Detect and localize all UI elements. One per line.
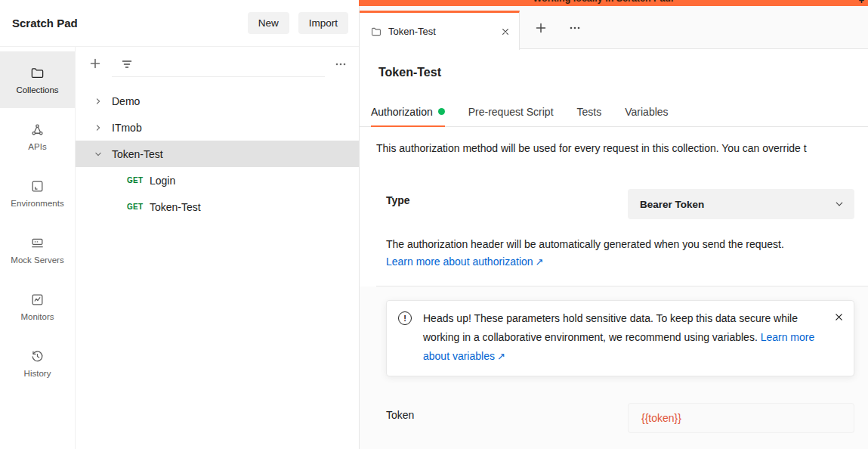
left-nav-rail: Collections APIs Environments Mock Serve…	[0, 47, 76, 449]
collections-panel: Demo ITmob Token-Test GET Login GET To	[76, 47, 359, 449]
collection-section-tabs: Authorization Pre-request Script Tests V…	[360, 97, 868, 127]
collection-row-demo[interactable]: Demo	[76, 88, 359, 114]
link-label: Learn more about authorization	[386, 255, 533, 268]
main-panel: Token-Test Token-Test Authorization Pre-…	[359, 6, 868, 449]
tab-label: Token-Test	[388, 26, 494, 37]
banner-text: Working locally in Scratch Pad.	[533, 0, 674, 4]
external-link-icon: ↗	[536, 256, 544, 268]
new-tab-button[interactable]	[535, 22, 547, 34]
token-input[interactable]	[628, 403, 854, 433]
filter-collections-input[interactable]	[112, 51, 325, 77]
tab-variables[interactable]: Variables	[625, 97, 668, 126]
nav-item-label: Mock Servers	[11, 255, 63, 265]
auth-note: The authorization header will be automat…	[386, 238, 784, 250]
history-icon	[30, 349, 45, 364]
method-badge: GET	[127, 176, 150, 184]
warning-message: Heads up! These parameters hold sensitiv…	[423, 312, 798, 343]
collection-name: Demo	[112, 95, 140, 107]
collection-row-token-test[interactable]: Token-Test	[76, 141, 359, 167]
collections-toolbar	[76, 47, 359, 82]
collections-icon	[30, 66, 45, 80]
nav-item-monitors[interactable]: Monitors	[0, 278, 75, 335]
tab-authorization[interactable]: Authorization	[371, 97, 445, 126]
external-link-icon: ↗	[497, 351, 505, 362]
tab-label: Tests	[577, 106, 602, 118]
request-row-login[interactable]: GET Login	[76, 167, 359, 194]
tab-options-button[interactable]	[568, 22, 582, 34]
nav-item-label: History	[24, 369, 51, 378]
close-tab-icon[interactable]	[501, 27, 510, 36]
tab-label: Authorization	[371, 106, 433, 118]
sidebar-header-buttons: New Import	[248, 12, 348, 34]
tab-token-test[interactable]: Token-Test	[360, 11, 520, 50]
request-name: Login	[150, 175, 175, 187]
method-badge: GET	[127, 203, 150, 211]
collection-name: Token-Test	[112, 148, 163, 160]
mock-servers-icon	[30, 236, 45, 250]
nav-item-history[interactable]: History	[0, 335, 75, 392]
request-row-token-test[interactable]: GET Token-Test	[76, 194, 359, 220]
tab-pre-request-script[interactable]: Pre-request Script	[468, 97, 554, 126]
scratch-pad-banner: Working locally in Scratch Pad. +	[359, 0, 868, 6]
new-button[interactable]: New	[248, 12, 289, 34]
add-collection-button[interactable]	[89, 57, 101, 70]
postman-scratch-pad-window: Working locally in Scratch Pad. + Scratc…	[0, 0, 868, 449]
unsaved-changes-dot	[438, 108, 445, 115]
nav-item-collections[interactable]: Collections	[0, 51, 75, 108]
nav-item-label: Collections	[16, 85, 58, 94]
app-title: Scratch Pad	[12, 17, 78, 29]
tab-bar: Token-Test	[360, 6, 868, 49]
sensitive-data-warning-card: ! Heads up! These parameters hold sensit…	[386, 300, 854, 376]
nav-item-label: APIs	[28, 142, 46, 151]
chevron-right-icon[interactable]	[94, 123, 103, 132]
chevron-down-icon	[835, 200, 844, 209]
nav-item-environments[interactable]: Environments	[0, 165, 75, 221]
nav-item-mock-servers[interactable]: Mock Servers	[0, 221, 75, 278]
chevron-down-icon[interactable]	[94, 150, 103, 159]
import-button[interactable]: Import	[298, 12, 348, 34]
type-label: Type	[386, 194, 410, 206]
tab-label: Variables	[625, 106, 668, 118]
warning-text: Heads up! These parameters hold sensitiv…	[423, 309, 820, 366]
token-label: Token	[386, 409, 414, 421]
environments-icon	[30, 179, 45, 194]
nav-item-label: Environments	[11, 199, 63, 208]
auth-description: This authorization method will be used f…	[376, 142, 868, 154]
tab-tests[interactable]: Tests	[577, 97, 602, 126]
nav-item-label: Monitors	[20, 312, 54, 321]
collection-name: ITmob	[112, 122, 142, 134]
collection-tab-icon	[371, 26, 381, 37]
learn-more-authorization-link[interactable]: Learn more about authorization↗	[386, 255, 543, 268]
apis-icon	[30, 122, 45, 137]
page-title: Token-Test	[378, 66, 441, 79]
alert-circle-icon: !	[398, 311, 412, 325]
nav-item-apis[interactable]: APIs	[0, 108, 75, 165]
auth-type-select[interactable]: Bearer Token	[628, 189, 854, 219]
collection-row-itmob[interactable]: ITmob	[76, 114, 359, 141]
filter-icon	[121, 58, 133, 70]
banner-button-cut: +	[858, 0, 864, 6]
monitors-icon	[30, 293, 45, 307]
sidebar-header: Scratch Pad New Import	[0, 0, 359, 47]
request-name: Token-Test	[150, 201, 201, 213]
collections-tree: Demo ITmob Token-Test GET Login GET To	[76, 88, 359, 220]
collections-more-button[interactable]	[335, 58, 347, 70]
chevron-right-icon[interactable]	[94, 97, 103, 106]
tab-label: Pre-request Script	[468, 106, 554, 118]
dismiss-warning-icon[interactable]	[834, 312, 844, 322]
auth-type-value: Bearer Token	[640, 199, 704, 210]
